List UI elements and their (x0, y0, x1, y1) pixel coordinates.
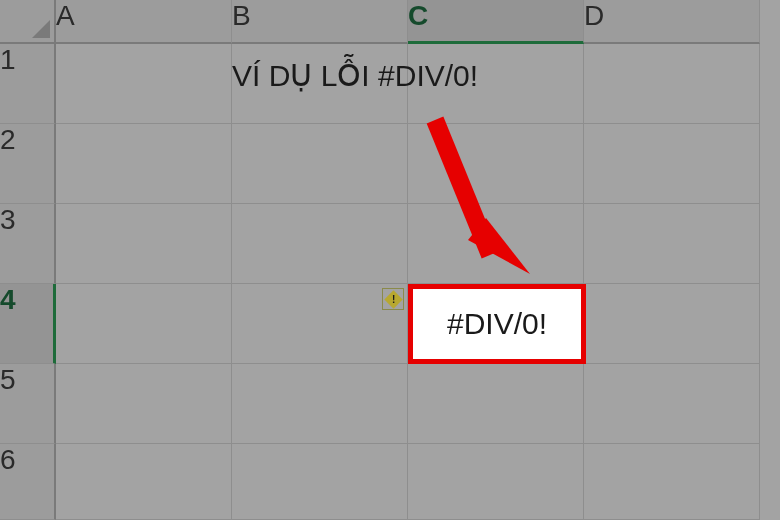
cell-d2[interactable] (584, 124, 760, 204)
cell-d1[interactable] (584, 44, 760, 124)
row-header-6[interactable]: 6 (0, 444, 56, 520)
cell-d6[interactable] (584, 444, 760, 520)
column-header-b[interactable]: B (232, 0, 408, 44)
cell-b6[interactable] (232, 444, 408, 520)
title-text: VÍ DỤ LỖI #DIV/0! (232, 58, 478, 93)
cell-a1[interactable] (56, 44, 232, 124)
cell-c2[interactable] (408, 124, 584, 204)
cell-d3[interactable] (584, 204, 760, 284)
cell-c3[interactable] (408, 204, 584, 284)
row-header-3[interactable]: 3 (0, 204, 56, 284)
cell-a6[interactable] (56, 444, 232, 520)
cell-b5[interactable] (232, 364, 408, 444)
cell-b3[interactable] (232, 204, 408, 284)
cell-d5[interactable] (584, 364, 760, 444)
column-header-a[interactable]: A (56, 0, 232, 44)
cell-d4[interactable] (584, 284, 760, 364)
column-header-d[interactable]: D (584, 0, 760, 44)
cell-b2[interactable] (232, 124, 408, 204)
warning-icon (384, 290, 402, 308)
selected-cell-highlight[interactable]: #DIV/0! (408, 284, 586, 364)
error-value-text: #DIV/0! (447, 307, 547, 341)
cell-a3[interactable] (56, 204, 232, 284)
row-header-1[interactable]: 1 (0, 44, 56, 124)
cell-a5[interactable] (56, 364, 232, 444)
row-header-4[interactable]: 4 (0, 284, 56, 364)
row-header-5[interactable]: 5 (0, 364, 56, 444)
select-all-corner[interactable] (0, 0, 56, 44)
cell-a4[interactable] (56, 284, 232, 364)
cell-c6[interactable] (408, 444, 584, 520)
row-header-2[interactable]: 2 (0, 124, 56, 204)
column-header-c[interactable]: C (408, 0, 584, 44)
cell-c5[interactable] (408, 364, 584, 444)
cell-a2[interactable] (56, 124, 232, 204)
error-smart-tag[interactable] (382, 288, 404, 310)
